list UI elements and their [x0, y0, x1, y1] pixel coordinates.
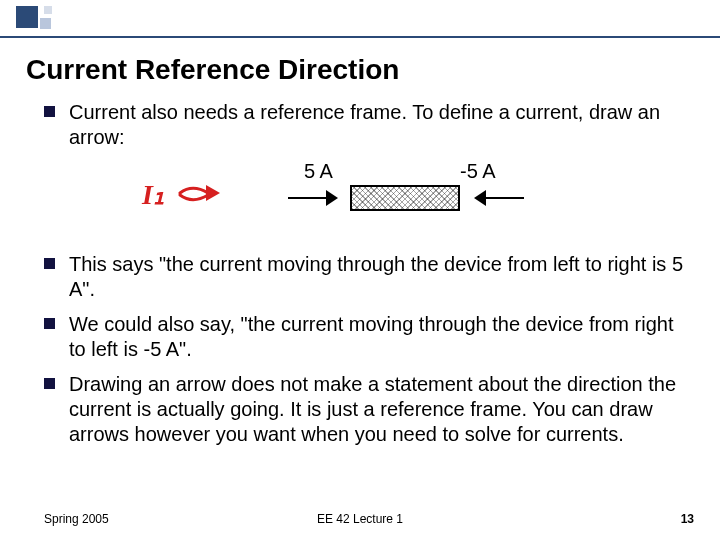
- label-right-current: -5 A: [460, 160, 496, 183]
- annotation-arrow-icon: [178, 181, 222, 209]
- label-left-current: 5 A: [304, 160, 333, 183]
- decor-square-large: [16, 6, 38, 28]
- handwritten-annotation: I₁: [142, 178, 222, 211]
- bullet-text: This says "the current moving through th…: [69, 252, 684, 302]
- bullet-item: This says "the current moving through th…: [44, 252, 684, 302]
- footer-page-number: 13: [681, 512, 694, 526]
- slide-title: Current Reference Direction: [26, 54, 399, 86]
- bullet-item: Current also needs a reference frame. To…: [44, 100, 684, 150]
- header-bar: [0, 0, 720, 36]
- arrow-left-icon: [474, 190, 524, 206]
- bullet-item: We could also say, "the current moving t…: [44, 312, 684, 362]
- header-underline: [0, 36, 720, 38]
- bullet-text: Current also needs a reference frame. To…: [69, 100, 684, 150]
- footer: Spring 2005 EE 42 Lecture 1 13: [0, 506, 720, 526]
- bullet-icon: [44, 378, 55, 389]
- slide-body: Current also needs a reference frame. To…: [44, 100, 684, 457]
- bullet-icon: [44, 258, 55, 269]
- bullet-item: Drawing an arrow does not make a stateme…: [44, 372, 684, 447]
- annotation-label: I₁: [142, 178, 164, 211]
- decor-square-small-top: [44, 6, 52, 14]
- bullet-text: Drawing an arrow does not make a stateme…: [69, 372, 684, 447]
- decor-square-small-bottom: [40, 18, 51, 29]
- device-box: [350, 185, 460, 211]
- current-diagram: 5 A -5 A I₁: [44, 160, 684, 244]
- arrow-right-icon: [288, 190, 338, 206]
- slide: Current Reference Direction Current also…: [0, 0, 720, 540]
- bullet-icon: [44, 106, 55, 117]
- bullet-text: We could also say, "the current moving t…: [69, 312, 684, 362]
- footer-course: EE 42 Lecture 1: [0, 512, 720, 526]
- bullet-icon: [44, 318, 55, 329]
